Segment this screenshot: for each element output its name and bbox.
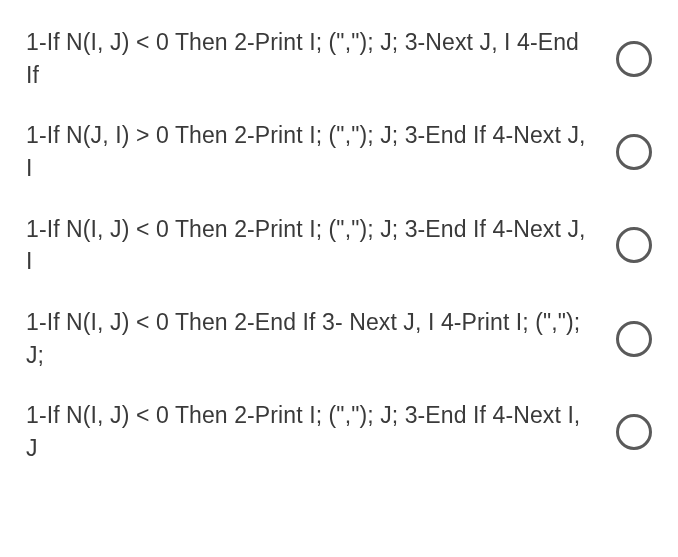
option-4-radio[interactable] bbox=[616, 321, 652, 357]
option-3[interactable]: 1-If N(I, J) < 0 Then 2-Print I; (","); … bbox=[26, 213, 652, 278]
option-1[interactable]: 1-If N(I, J) < 0 Then 2-Print I; (","); … bbox=[26, 26, 652, 91]
option-4[interactable]: 1-If N(I, J) < 0 Then 2-End If 3- Next J… bbox=[26, 306, 652, 371]
option-3-radio[interactable] bbox=[616, 227, 652, 263]
option-2-radio[interactable] bbox=[616, 134, 652, 170]
option-1-radio[interactable] bbox=[616, 41, 652, 77]
option-5-radio[interactable] bbox=[616, 414, 652, 450]
option-5-text: 1-If N(I, J) < 0 Then 2-Print I; (","); … bbox=[26, 399, 616, 464]
option-5[interactable]: 1-If N(I, J) < 0 Then 2-Print I; (","); … bbox=[26, 399, 652, 464]
option-1-text: 1-If N(I, J) < 0 Then 2-Print I; (","); … bbox=[26, 26, 616, 91]
option-4-text: 1-If N(I, J) < 0 Then 2-End If 3- Next J… bbox=[26, 306, 616, 371]
option-3-text: 1-If N(I, J) < 0 Then 2-Print I; (","); … bbox=[26, 213, 616, 278]
option-2-text: 1-If N(J, I) > 0 Then 2-Print I; (","); … bbox=[26, 119, 616, 184]
option-2[interactable]: 1-If N(J, I) > 0 Then 2-Print I; (","); … bbox=[26, 119, 652, 184]
